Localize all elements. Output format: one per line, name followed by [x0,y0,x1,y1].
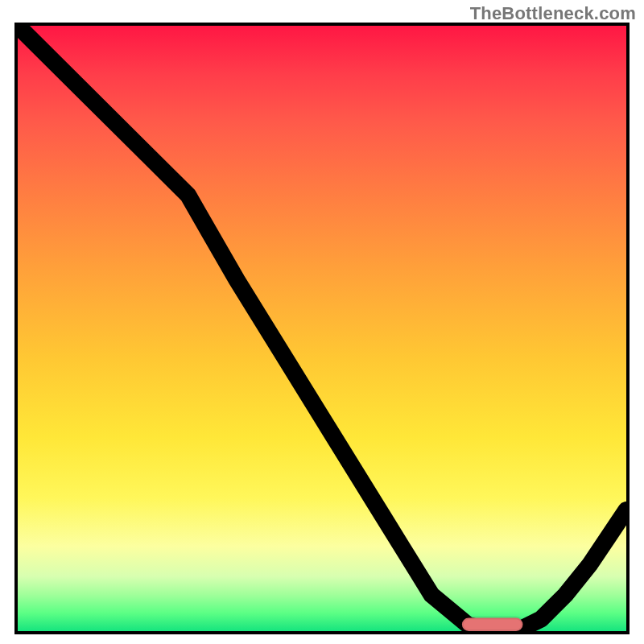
watermark-label: TheBottleneck.com [470,3,636,24]
line-layer [18,26,626,631]
optimum-marker [462,617,523,631]
bottleneck-curve [18,26,626,631]
chart-frame [14,23,630,634]
plot-area [18,26,626,631]
bottleneck-chart: TheBottleneck.com [0,0,644,644]
